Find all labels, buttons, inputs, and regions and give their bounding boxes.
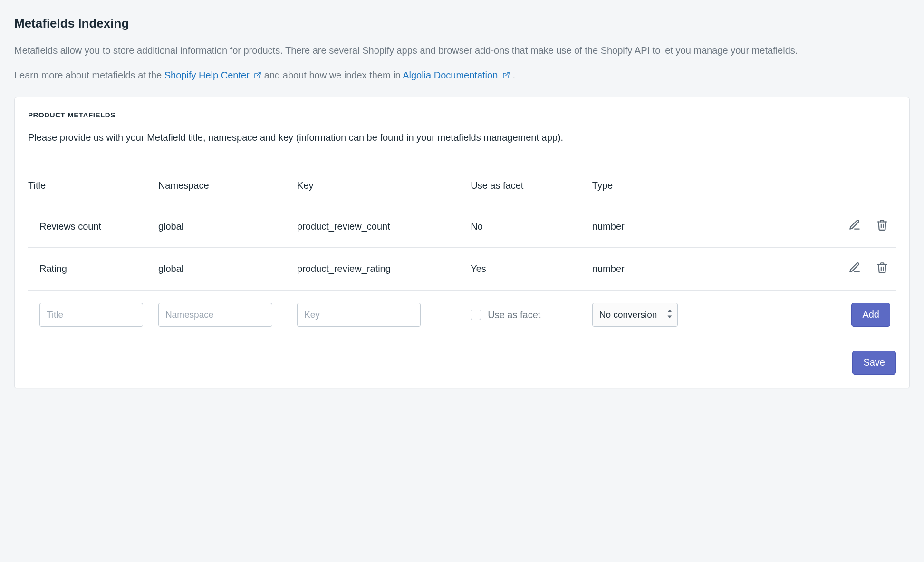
table-row: Reviews count global product_review_coun… xyxy=(28,205,896,248)
card-description: Please provide us with your Metafield ti… xyxy=(28,130,896,145)
delete-button[interactable] xyxy=(874,218,890,234)
cell-key: product_review_count xyxy=(297,205,471,248)
learn-prefix: Learn more about metafields at the xyxy=(14,70,164,80)
cell-actions xyxy=(740,248,896,291)
add-button[interactable]: Add xyxy=(851,303,890,327)
save-button[interactable]: Save xyxy=(852,351,896,375)
external-link-icon xyxy=(502,68,510,83)
cell-facet: Yes xyxy=(471,248,592,291)
card-header: PRODUCT METAFIELDS Please provide us wit… xyxy=(15,97,909,156)
cell-add-button: Add xyxy=(740,290,896,339)
cell-actions xyxy=(740,205,896,248)
learn-more-paragraph: Learn more about metafields at the Shopi… xyxy=(14,68,910,83)
cell-key-input xyxy=(297,290,471,339)
col-header-facet: Use as facet xyxy=(471,166,592,205)
cell-title: Reviews count xyxy=(28,205,158,248)
svg-line-1 xyxy=(506,72,509,76)
cell-type: number xyxy=(592,205,740,248)
col-header-key: Key xyxy=(297,166,471,205)
use-as-facet-label[interactable]: Use as facet xyxy=(488,308,540,322)
cell-namespace: global xyxy=(158,205,297,248)
edit-button[interactable] xyxy=(847,218,863,234)
cell-title-input xyxy=(28,290,158,339)
shopify-help-link-text: Shopify Help Center xyxy=(164,70,250,80)
trash-icon xyxy=(876,219,888,233)
col-header-title: Title xyxy=(28,166,158,205)
cell-namespace: global xyxy=(158,248,297,291)
title-input[interactable] xyxy=(39,303,143,327)
table-header-row: Title Namespace Key Use as facet Type xyxy=(28,166,896,205)
learn-suffix: . xyxy=(512,70,515,80)
new-metafield-row: Use as facet No conversion xyxy=(28,290,896,339)
card-eyebrow: PRODUCT METAFIELDS xyxy=(28,110,896,121)
delete-button[interactable] xyxy=(874,260,890,276)
shopify-help-link[interactable]: Shopify Help Center xyxy=(164,70,264,80)
use-as-facet-checkbox[interactable] xyxy=(471,310,481,320)
namespace-input[interactable] xyxy=(158,303,272,327)
cell-type-select: No conversion xyxy=(592,290,740,339)
learn-mid: and about how we index them in xyxy=(264,70,403,80)
page-title: Metafields Indexing xyxy=(14,14,910,33)
card-footer: Save xyxy=(15,339,909,388)
col-header-type: Type xyxy=(592,166,740,205)
cell-key: product_review_rating xyxy=(297,248,471,291)
type-select[interactable]: No conversion xyxy=(592,303,678,327)
trash-icon xyxy=(876,262,888,275)
table-row: Rating global product_review_rating Yes … xyxy=(28,248,896,291)
cell-facet: No xyxy=(471,205,592,248)
intro-paragraph: Metafields allow you to store additional… xyxy=(14,43,889,58)
metafields-indexing-page: Metafields Indexing Metafields allow you… xyxy=(0,0,924,407)
metafields-table-wrap: Title Namespace Key Use as facet Type Re… xyxy=(15,156,909,339)
cell-title: Rating xyxy=(28,248,158,291)
col-header-namespace: Namespace xyxy=(158,166,297,205)
external-link-icon xyxy=(254,68,261,83)
key-input[interactable] xyxy=(297,303,421,327)
metafields-table: Title Namespace Key Use as facet Type Re… xyxy=(28,166,896,339)
cell-facet-checkbox: Use as facet xyxy=(471,290,592,339)
algolia-docs-link[interactable]: Algolia Documentation xyxy=(403,70,512,80)
cell-type: number xyxy=(592,248,740,291)
pencil-icon xyxy=(848,219,861,233)
cell-namespace-input xyxy=(158,290,297,339)
svg-line-0 xyxy=(257,72,260,76)
pencil-icon xyxy=(848,262,861,275)
algolia-docs-link-text: Algolia Documentation xyxy=(403,70,498,80)
product-metafields-card: PRODUCT METAFIELDS Please provide us wit… xyxy=(14,97,910,388)
col-header-actions xyxy=(740,166,896,205)
edit-button[interactable] xyxy=(847,260,863,276)
